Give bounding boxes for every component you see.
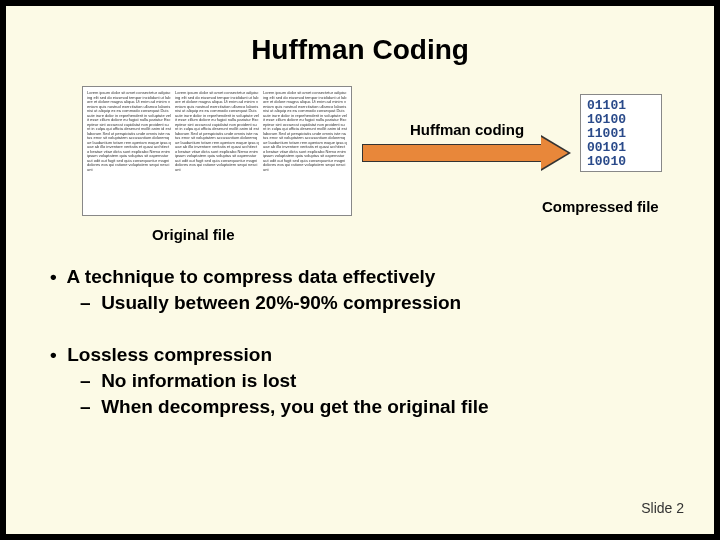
bullet-level-2: – No information is lost (80, 370, 678, 392)
text-column: Lorem ipsum dolor sit amet consectetur a… (263, 91, 347, 211)
diagram: Lorem ipsum dolor sit amet consectetur a… (42, 86, 678, 256)
slide: Huffman Coding Lorem ipsum dolor sit ame… (6, 6, 714, 534)
arrow-group: Huffman coding (362, 121, 572, 166)
original-file-graphic: Lorem ipsum dolor sit amet consectetur a… (82, 86, 352, 216)
bullet-level-1: • Lossless compression (50, 344, 678, 366)
binary-line: 10100 (587, 113, 655, 127)
bullet-level-1: • A technique to compress data effective… (50, 266, 678, 288)
binary-line: 11001 (587, 127, 655, 141)
bullet-level-2: – When decompress, you get the original … (80, 396, 678, 418)
slide-title: Huffman Coding (42, 34, 678, 66)
original-file-label: Original file (152, 226, 235, 243)
arrow-icon (362, 140, 572, 166)
compressed-file-label: Compressed file (542, 198, 659, 215)
bullet-level-2: – Usually between 20%-90% compression (80, 292, 678, 314)
text-column: Lorem ipsum dolor sit amet consectetur a… (175, 91, 259, 211)
binary-line: 00101 (587, 141, 655, 155)
binary-line: 01101 (587, 99, 655, 113)
bullet-list: • A technique to compress data effective… (50, 266, 678, 418)
compressed-file-graphic: 01101 10100 11001 00101 10010 (580, 94, 662, 172)
slide-number: Slide 2 (641, 500, 684, 516)
binary-line: 10010 (587, 155, 655, 169)
text-column: Lorem ipsum dolor sit amet consectetur a… (87, 91, 171, 211)
